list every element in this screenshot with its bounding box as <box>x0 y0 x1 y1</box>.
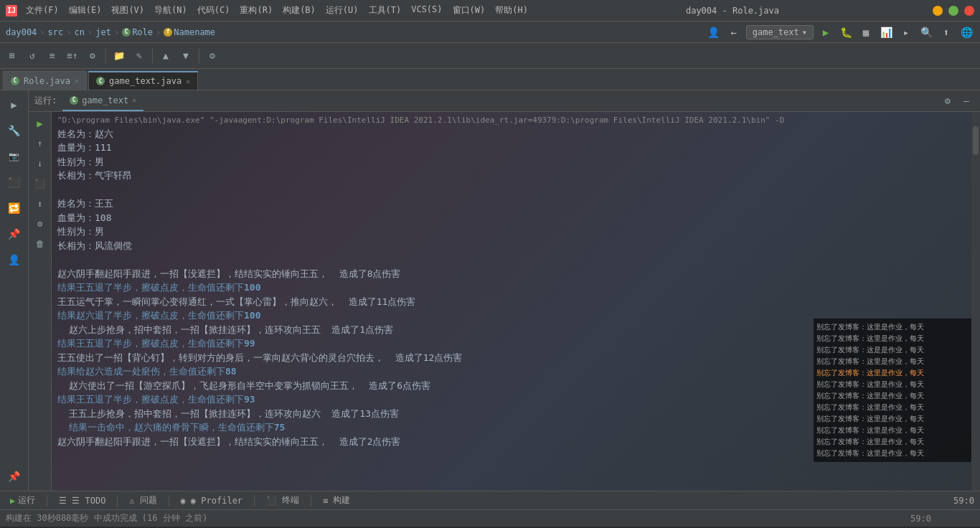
toolbar-reload-btn[interactable]: ↺ <box>23 47 42 65</box>
todo-label: ☰ TODO <box>72 496 105 506</box>
run-content: ▶ ↑ ↓ ⬛ ↕ ⚙ 🗑 "D:\program Files\bin\java… <box>29 112 980 491</box>
output-line-9: 赵六阴手翻起阳手跟进，一招【没遮拦】，结结实实的锤向王五， 造成了8点伤害 <box>57 267 966 281</box>
run-tab-close[interactable]: ✕ <box>132 96 136 104</box>
toolbar-scroll-up-btn[interactable]: ▲ <box>156 47 175 65</box>
maximize-button[interactable] <box>948 6 958 16</box>
settings-button[interactable]: 🌐 <box>958 24 974 40</box>
run-tab-label: game_text <box>82 95 128 105</box>
menu-refactor[interactable]: 重构(R) <box>235 3 277 18</box>
scrollbar-thumb[interactable] <box>973 126 979 155</box>
sidebar-pin-icon[interactable]: 📌 <box>3 222 26 245</box>
back-button[interactable]: ← <box>726 24 742 40</box>
close-button[interactable] <box>964 6 974 16</box>
run-down-btn[interactable]: ↓ <box>32 155 49 172</box>
sidebar-debug-icon[interactable]: 🔧 <box>3 119 26 142</box>
run-minimize-btn[interactable]: — <box>958 93 974 109</box>
status-problems[interactable]: ⚠ 问题 <box>125 493 161 508</box>
toolbar-sep-2 <box>152 49 153 63</box>
output-line-4: 长相为：气宇轩昂 <box>57 169 966 183</box>
run-up-btn[interactable]: ↑ <box>32 135 49 152</box>
status-build[interactable]: ≡ 构建 <box>319 493 354 508</box>
menu-build[interactable]: 构建(B) <box>278 3 320 18</box>
problems-label: 问题 <box>140 494 157 506</box>
toolbar-settings-btn[interactable]: ⚙ <box>83 47 102 65</box>
vcs-button[interactable]: 👤 <box>706 24 722 40</box>
more-run-button[interactable]: ▸ <box>898 24 914 40</box>
status-terminal[interactable]: ⬛ 终端 <box>262 493 303 508</box>
tab-role-close[interactable]: ✕ <box>75 77 79 85</box>
run-panel-header: 运行: C game_text ✕ ⚙ — <box>29 90 980 112</box>
menu-edit[interactable]: 编辑(E) <box>65 3 106 18</box>
run-button[interactable]: ▶ <box>818 24 834 40</box>
output-scrollbar[interactable] <box>971 112 980 491</box>
sidebar-camera-icon[interactable]: 📷 <box>3 145 26 168</box>
run-settings2-btn[interactable]: ⚙ <box>32 215 49 232</box>
toolbar-format2-btn[interactable]: ≡↑ <box>63 47 82 65</box>
output-line-11: 王五运气于掌，一瞬间掌心变得通红，一式【掌心雷】，推向赵六， 造成了11点伤害 <box>57 295 966 309</box>
sidebar-run-icon[interactable]: ▶ <box>3 93 26 116</box>
minimize-button[interactable] <box>933 6 943 16</box>
namename-field-icon: f <box>164 28 172 37</box>
status-profiler[interactable]: ◉ ◉ Profiler <box>176 494 247 507</box>
coverage-button[interactable]: ▦ <box>858 24 874 40</box>
output-line-blank2 <box>57 253 966 267</box>
breadcrumb-role[interactable]: C Role <box>122 27 153 37</box>
role-tab-icon: C <box>11 77 19 85</box>
output-line-1: 姓名为：赵六 <box>57 127 966 141</box>
menu-view[interactable]: 视图(V) <box>107 3 149 18</box>
run-play-btn[interactable]: ▶ <box>32 115 49 132</box>
menu-window[interactable]: 窗口(W) <box>448 3 490 18</box>
todo-icon: ☰ <box>59 496 67 506</box>
run-stop-btn[interactable]: ⬛ <box>32 175 49 192</box>
breadcrumb-namename[interactable]: f Namename <box>164 27 215 37</box>
window-controls <box>933 6 974 16</box>
breadcrumb-src[interactable]: src <box>48 27 64 37</box>
upload-button[interactable]: ⬆ <box>938 24 954 40</box>
overlay-line-5: 别忘了发博客：这里是作业，每天 <box>816 367 969 379</box>
sidebar-reload-icon[interactable]: 🔁 <box>3 197 26 220</box>
menu-navigate[interactable]: 导航(N) <box>150 3 192 18</box>
title-bar: IJ 文件(F) 编辑(E) 视图(V) 导航(N) 代码(C) 重构(R) 构… <box>0 0 980 22</box>
menu-tools[interactable]: 工具(T) <box>364 3 406 18</box>
terminal-icon: ⬛ <box>266 496 277 506</box>
tab-game-text-java[interactable]: C game_text.java ✕ <box>88 71 198 90</box>
output-line-blank1 <box>57 183 966 197</box>
run-config-selector[interactable]: game_text ▾ <box>746 25 814 39</box>
menu-help[interactable]: 帮助(H) <box>491 3 532 18</box>
tab-gametext-label: game_text.java <box>109 76 182 86</box>
toolbar-file-btn[interactable]: 📁 <box>110 47 128 65</box>
breadcrumb-cn[interactable]: cn <box>75 27 85 37</box>
search-button[interactable]: 🔍 <box>918 24 934 40</box>
tab-gametext-close[interactable]: ✕ <box>186 77 190 85</box>
status-run-button[interactable]: ▶ 运行 <box>6 493 39 508</box>
profile-button[interactable]: 📊 <box>878 24 894 40</box>
status-sep-4 <box>254 495 255 506</box>
output-area[interactable]: "D:\program Files\bin\java.exe" "-javaag… <box>52 112 971 491</box>
toolbar-scroll-down-btn[interactable]: ▼ <box>176 47 195 65</box>
run-trash-btn[interactable]: 🗑 <box>32 235 49 253</box>
breadcrumb-project[interactable]: day004 <box>6 27 37 37</box>
breadcrumb-jet[interactable]: jet <box>95 27 111 37</box>
menu-vcs[interactable]: VCS(S) <box>407 3 446 18</box>
run-tab-game-text[interactable]: C game_text ✕ <box>62 91 143 111</box>
menu-run[interactable]: 运行(U) <box>321 3 363 18</box>
toolbar-sep-3 <box>199 49 199 63</box>
tab-role-java[interactable]: C Role.java ✕ <box>3 71 87 90</box>
output-line-10: 结果王五退了半步，擦破点皮，生命值还剩下100 <box>57 280 966 295</box>
sidebar-pin2-icon[interactable]: 📌 <box>3 465 26 488</box>
menu-file[interactable]: 文件(F) <box>22 3 63 18</box>
status-todo[interactable]: ☰ ☰ TODO <box>55 494 110 507</box>
command-line: "D:\program Files\bin\java.exe" "-javaag… <box>57 115 966 127</box>
overlay-line-4: 别忘了发博客：这里是作业，每天 <box>816 356 969 367</box>
toolbar-gear-btn[interactable]: ⚙ <box>203 47 222 65</box>
toolbar-edit-btn[interactable]: ✎ <box>130 47 149 65</box>
run-settings-btn[interactable]: ⚙ <box>940 93 956 109</box>
toolbar-format-btn[interactable]: ≡ <box>43 47 62 65</box>
overlay-line-6: 别忘了发博客：这里是作业，每天 <box>816 379 969 390</box>
menu-code[interactable]: 代码(C) <box>193 3 235 18</box>
run-wrap-btn[interactable]: ↕ <box>32 195 49 212</box>
sidebar-user-icon[interactable]: 👤 <box>3 248 26 271</box>
sidebar-terminal-icon[interactable]: ⬛ <box>3 171 26 194</box>
toolbar-project-btn[interactable]: ⊞ <box>3 47 22 65</box>
debug-button[interactable]: 🐛 <box>838 24 854 40</box>
